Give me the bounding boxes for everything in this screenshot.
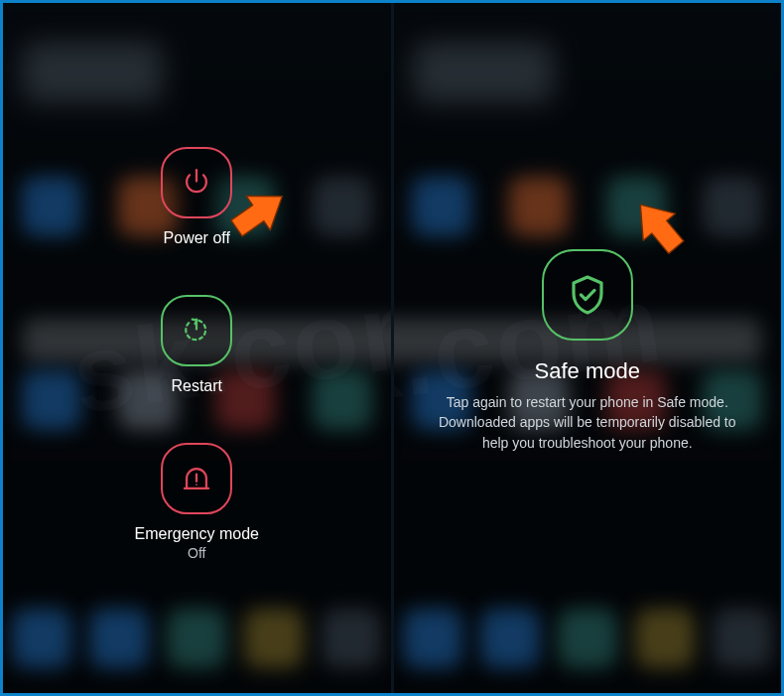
safe-mode-description: Tap again to restart your phone in Safe … xyxy=(429,392,746,453)
restart-button[interactable]: Restart xyxy=(161,295,232,395)
power-off-button[interactable]: Power off xyxy=(161,147,232,247)
emergency-sublabel: Off xyxy=(188,545,205,561)
shield-check-icon xyxy=(564,271,611,319)
annotation-arrow xyxy=(618,190,699,270)
power-menu: Power off Restart xyxy=(3,147,391,561)
annotation-arrow xyxy=(223,182,293,251)
power-off-squircle xyxy=(161,147,232,218)
restart-squircle xyxy=(161,295,232,366)
screenshot-power-menu: sk.com Power off xyxy=(3,3,391,693)
emergency-icon xyxy=(180,462,213,495)
screenshot-safe-mode: sk.com Safe mode Tap again to restart yo… xyxy=(394,3,782,693)
restart-label: Restart xyxy=(171,376,222,395)
svg-point-0 xyxy=(196,485,197,487)
emergency-mode-button[interactable]: Emergency mode Off xyxy=(135,443,259,560)
power-off-label: Power off xyxy=(164,228,230,247)
safe-mode-button[interactable] xyxy=(542,249,633,341)
emergency-label: Emergency mode xyxy=(135,524,259,543)
emergency-squircle xyxy=(161,443,232,514)
tutorial-frame: sk.com Power off xyxy=(0,0,784,696)
power-icon xyxy=(180,166,213,200)
safe-mode-title: Safe mode xyxy=(535,358,640,384)
restart-icon xyxy=(180,314,213,348)
safe-mode-prompt: Safe mode Tap again to restart your phon… xyxy=(394,249,782,453)
